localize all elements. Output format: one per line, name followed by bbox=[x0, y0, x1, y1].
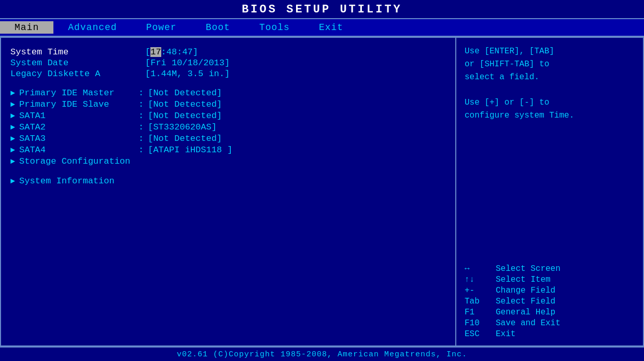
system-time-value: [17:48:47] bbox=[145, 47, 198, 57]
system-time-label: System Time bbox=[10, 47, 145, 57]
sub-label-4: SATA3 bbox=[19, 134, 138, 143]
right-panel: Use [ENTER], [TAB] or [SHIFT-TAB] to sel… bbox=[456, 38, 643, 345]
system-time-highlight: 17 bbox=[150, 47, 161, 57]
key-row-3: TabSelect Field bbox=[465, 297, 635, 306]
system-date-row: System Date [Fri 10/18/2013] bbox=[10, 58, 446, 68]
arrow-icon-3: ► bbox=[10, 123, 15, 132]
sub-value-0: [Not Detected] bbox=[148, 88, 222, 98]
menu-item-advanced[interactable]: Advanced bbox=[53, 21, 131, 34]
sub-label-5: SATA4 bbox=[19, 145, 138, 155]
help-text: Use [ENTER], [TAB] or [SHIFT-TAB] to sel… bbox=[465, 45, 635, 122]
sub-label-6: Storage Configuration bbox=[19, 156, 138, 166]
key-desc-4: General Help bbox=[496, 308, 555, 317]
sub-colon-1: : bbox=[138, 99, 144, 109]
key-code-0: ↔ bbox=[465, 264, 496, 273]
help-line2: or [SHIFT-TAB] to bbox=[465, 58, 635, 71]
help-line3: select a field. bbox=[465, 71, 635, 84]
legacy-diskette-label: Legacy Diskette A bbox=[10, 69, 145, 79]
sub-colon-5: : bbox=[138, 145, 144, 155]
key-desc-1: Select Item bbox=[496, 275, 551, 284]
sub-value-5: [ATAPI iHDS118 ] bbox=[148, 145, 232, 155]
menu-item-power[interactable]: Power bbox=[132, 21, 191, 34]
legacy-diskette-value: [1.44M, 3.5 in.] bbox=[145, 69, 230, 79]
sub-item-1[interactable]: ►Primary IDE Slave:[Not Detected] bbox=[10, 99, 446, 109]
key-desc-2: Change Field bbox=[496, 286, 555, 295]
menu-item-exit[interactable]: Exit bbox=[304, 21, 358, 34]
sub-label-2: SATA1 bbox=[19, 111, 138, 121]
sub-colon-3: : bbox=[138, 122, 144, 132]
key-code-5: F10 bbox=[465, 319, 496, 328]
system-time-row: System Time [17:48:47] bbox=[10, 47, 446, 57]
arrow-icon-6: ► bbox=[10, 157, 15, 166]
sub-label-7: System Information bbox=[19, 176, 138, 186]
key-code-6: ESC bbox=[465, 329, 496, 339]
sub-label-0: Primary IDE Master bbox=[19, 88, 138, 98]
key-desc-6: Exit bbox=[496, 329, 515, 339]
system-date-value: [Fri 10/18/2013] bbox=[145, 58, 230, 68]
sub-value-1: [Not Detected] bbox=[148, 99, 222, 109]
key-code-4: F1 bbox=[465, 308, 496, 317]
key-code-3: Tab bbox=[465, 297, 496, 306]
key-code-2: +- bbox=[465, 286, 496, 295]
footer-text: v02.61 (C)Copyright 1985-2008, American … bbox=[177, 350, 467, 359]
arrow-icon-2: ► bbox=[10, 112, 15, 121]
key-row-2: +-Change Field bbox=[465, 286, 635, 295]
sub-value-3: [ST3320620AS] bbox=[148, 122, 217, 132]
sub-item-7[interactable]: ►System Information bbox=[10, 176, 446, 186]
sub-item-5[interactable]: ►SATA4:[ATAPI iHDS118 ] bbox=[10, 145, 446, 155]
arrow-icon-7: ► bbox=[10, 177, 15, 186]
key-desc-0: Select Screen bbox=[496, 264, 561, 273]
sub-value-4: [Not Detected] bbox=[148, 134, 222, 143]
sub-item-4[interactable]: ►SATA3:[Not Detected] bbox=[10, 134, 446, 143]
sub-value-2: [Not Detected] bbox=[148, 111, 222, 121]
key-row-1: ↑↓Select Item bbox=[465, 275, 635, 284]
arrow-icon-1: ► bbox=[10, 100, 15, 109]
sub-label-3: SATA2 bbox=[19, 122, 138, 132]
sub-label-1: Primary IDE Slave bbox=[19, 99, 138, 109]
menu-bar[interactable]: MainAdvancedPowerBootToolsExit bbox=[0, 18, 644, 37]
sub-colon-2: : bbox=[138, 111, 144, 121]
sub-colon-4: : bbox=[138, 134, 144, 143]
sub-item-0[interactable]: ►Primary IDE Master:[Not Detected] bbox=[10, 88, 446, 98]
help-line4 bbox=[465, 83, 635, 96]
arrow-icon-4: ► bbox=[10, 135, 15, 143]
key-row-5: F10Save and Exit bbox=[465, 319, 635, 328]
sub-item-3[interactable]: ►SATA2:[ST3320620AS] bbox=[10, 122, 446, 132]
key-desc-3: Select Field bbox=[496, 297, 555, 306]
bios-screen: BIOS SETUP UTILITY MainAdvancedPowerBoot… bbox=[0, 0, 644, 361]
menu-item-tools[interactable]: Tools bbox=[245, 21, 304, 34]
sub-item-2[interactable]: ►SATA1:[Not Detected] bbox=[10, 111, 446, 121]
key-row-6: ESCExit bbox=[465, 329, 635, 339]
arrow-icon-0: ► bbox=[10, 89, 15, 98]
menu-item-main[interactable]: Main bbox=[0, 21, 53, 34]
key-row-0: ↔Select Screen bbox=[465, 264, 635, 273]
arrow-icon-5: ► bbox=[10, 146, 15, 155]
help-line1: Use [ENTER], [TAB] bbox=[465, 45, 635, 58]
system-date-label: System Date bbox=[10, 58, 145, 68]
legacy-diskette-row: Legacy Diskette A [1.44M, 3.5 in.] bbox=[10, 69, 446, 79]
key-row-4: F1General Help bbox=[465, 308, 635, 317]
key-code-1: ↑↓ bbox=[465, 275, 496, 284]
main-content: System Time [17:48:47] System Date [Fri … bbox=[0, 37, 644, 346]
bios-title: BIOS SETUP UTILITY bbox=[242, 3, 402, 16]
key-legend: ↔Select Screen↑↓Select Item+-Change Fiel… bbox=[465, 264, 635, 340]
help-line5: Use [+] or [-] to bbox=[465, 96, 635, 109]
sub-item-6[interactable]: ►Storage Configuration bbox=[10, 156, 446, 166]
key-desc-5: Save and Exit bbox=[496, 319, 561, 328]
footer: v02.61 (C)Copyright 1985-2008, American … bbox=[0, 346, 644, 361]
menu-item-boot[interactable]: Boot bbox=[191, 21, 245, 34]
sub-items-container: ►Primary IDE Master:[Not Detected]►Prima… bbox=[10, 88, 446, 186]
help-line6: configure system Time. bbox=[465, 109, 635, 122]
system-time-rest: :48:47] bbox=[161, 47, 198, 57]
left-panel: System Time [17:48:47] System Date [Fri … bbox=[1, 38, 456, 345]
sub-colon-0: : bbox=[138, 88, 144, 98]
title-bar: BIOS SETUP UTILITY bbox=[0, 0, 644, 18]
